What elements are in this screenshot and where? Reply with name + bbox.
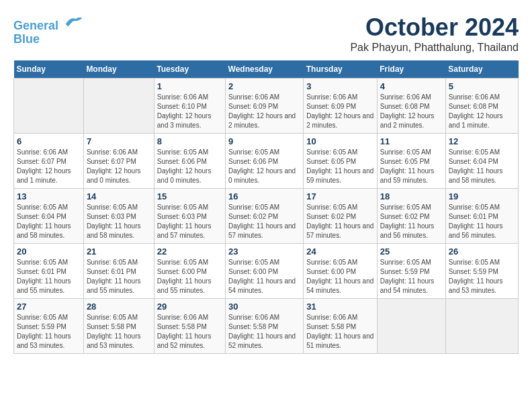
day-info: Sunrise: 6:05 AMSunset: 5:58 PMDaylight:…	[87, 313, 151, 351]
day-number: 8	[157, 136, 222, 146]
column-header-thursday: Thursday	[304, 60, 378, 79]
day-info: Sunrise: 6:05 AMSunset: 6:00 PMDaylight:…	[306, 258, 374, 295]
calendar-cell: 8Sunrise: 6:05 AMSunset: 6:06 PMDaylight…	[154, 134, 225, 189]
calendar-cell: 22Sunrise: 6:05 AMSunset: 6:00 PMDayligh…	[154, 244, 225, 299]
calendar-cell	[377, 299, 445, 354]
calendar-cell: 2Sunrise: 6:06 AMSunset: 6:09 PMDaylight…	[226, 79, 304, 134]
day-number: 23	[228, 246, 300, 257]
calendar-week-row: 6Sunrise: 6:06 AMSunset: 6:07 PMDaylight…	[14, 134, 519, 189]
day-number: 30	[228, 302, 300, 312]
column-header-saturday: Saturday	[445, 60, 518, 79]
day-info: Sunrise: 6:05 AMSunset: 6:01 PMDaylight:…	[17, 258, 81, 295]
calendar-week-row: 20Sunrise: 6:05 AMSunset: 6:01 PMDayligh…	[14, 244, 519, 299]
day-number: 2	[228, 81, 300, 91]
day-number: 22	[157, 246, 222, 257]
day-info: Sunrise: 6:06 AMSunset: 5:58 PMDaylight:…	[157, 313, 222, 351]
calendar-cell: 15Sunrise: 6:05 AMSunset: 6:03 PMDayligh…	[154, 189, 225, 244]
day-number: 14	[87, 191, 151, 201]
day-info: Sunrise: 6:06 AMSunset: 6:09 PMDaylight:…	[228, 93, 300, 130]
title-block: October 2024 Pak Phayun, Phatthalung, Th…	[350, 13, 519, 54]
day-info: Sunrise: 6:05 AMSunset: 6:06 PMDaylight:…	[157, 148, 222, 185]
column-header-friday: Friday	[377, 60, 445, 79]
calendar-cell: 6Sunrise: 6:06 AMSunset: 6:07 PMDaylight…	[14, 134, 84, 189]
day-number: 9	[228, 136, 300, 146]
calendar-cell: 1Sunrise: 6:06 AMSunset: 6:10 PMDaylight…	[154, 79, 225, 134]
calendar-cell: 14Sunrise: 6:05 AMSunset: 6:03 PMDayligh…	[83, 189, 154, 244]
calendar-cell: 16Sunrise: 6:05 AMSunset: 6:02 PMDayligh…	[226, 189, 304, 244]
day-info: Sunrise: 6:05 AMSunset: 5:59 PMDaylight:…	[17, 313, 81, 351]
calendar-cell: 20Sunrise: 6:05 AMSunset: 6:01 PMDayligh…	[14, 244, 84, 299]
logo: General Blue	[13, 13, 83, 46]
day-number: 25	[380, 246, 443, 257]
day-info: Sunrise: 6:05 AMSunset: 6:04 PMDaylight:…	[17, 203, 81, 240]
day-info: Sunrise: 6:06 AMSunset: 6:09 PMDaylight:…	[306, 93, 374, 130]
calendar-cell: 5Sunrise: 6:06 AMSunset: 6:08 PMDaylight…	[445, 79, 518, 134]
day-number: 17	[306, 191, 374, 201]
day-info: Sunrise: 6:05 AMSunset: 6:03 PMDaylight:…	[157, 203, 222, 240]
calendar-cell: 27Sunrise: 6:05 AMSunset: 5:59 PMDayligh…	[14, 299, 84, 354]
logo-general: General	[13, 19, 58, 32]
day-number: 11	[380, 136, 443, 146]
calendar-cell: 7Sunrise: 6:06 AMSunset: 6:07 PMDaylight…	[83, 134, 154, 189]
day-number: 20	[17, 246, 81, 257]
logo-text: General	[13, 13, 83, 33]
calendar-cell: 19Sunrise: 6:05 AMSunset: 6:01 PMDayligh…	[445, 189, 518, 244]
day-number: 16	[228, 191, 300, 201]
day-info: Sunrise: 6:05 AMSunset: 6:02 PMDaylight:…	[228, 203, 300, 240]
calendar-cell: 31Sunrise: 6:06 AMSunset: 5:58 PMDayligh…	[304, 299, 378, 354]
calendar-cell: 10Sunrise: 6:05 AMSunset: 6:05 PMDayligh…	[304, 134, 378, 189]
calendar-cell: 13Sunrise: 6:05 AMSunset: 6:04 PMDayligh…	[14, 189, 84, 244]
main-title: October 2024	[350, 13, 519, 42]
subtitle: Pak Phayun, Phatthalung, Thailand	[350, 42, 519, 54]
day-info: Sunrise: 6:06 AMSunset: 6:08 PMDaylight:…	[449, 93, 515, 130]
calendar-cell: 23Sunrise: 6:05 AMSunset: 6:00 PMDayligh…	[226, 244, 304, 299]
column-header-wednesday: Wednesday	[226, 60, 304, 79]
calendar-cell: 9Sunrise: 6:05 AMSunset: 6:06 PMDaylight…	[226, 134, 304, 189]
day-info: Sunrise: 6:05 AMSunset: 6:05 PMDaylight:…	[380, 148, 443, 185]
calendar-cell: 28Sunrise: 6:05 AMSunset: 5:58 PMDayligh…	[83, 299, 154, 354]
day-number: 27	[17, 302, 81, 312]
day-info: Sunrise: 6:06 AMSunset: 6:10 PMDaylight:…	[157, 93, 222, 130]
calendar-week-row: 1Sunrise: 6:06 AMSunset: 6:10 PMDaylight…	[14, 79, 519, 134]
day-info: Sunrise: 6:05 AMSunset: 6:01 PMDaylight:…	[449, 203, 515, 240]
day-number: 3	[306, 81, 374, 91]
day-number: 1	[157, 81, 222, 91]
day-number: 5	[449, 81, 515, 91]
day-info: Sunrise: 6:06 AMSunset: 6:07 PMDaylight:…	[17, 148, 81, 185]
day-number: 12	[449, 136, 515, 146]
day-info: Sunrise: 6:06 AMSunset: 5:58 PMDaylight:…	[228, 313, 300, 351]
calendar-cell: 21Sunrise: 6:05 AMSunset: 6:01 PMDayligh…	[83, 244, 154, 299]
calendar-cell: 11Sunrise: 6:05 AMSunset: 6:05 PMDayligh…	[377, 134, 445, 189]
calendar-cell: 17Sunrise: 6:05 AMSunset: 6:02 PMDayligh…	[304, 189, 378, 244]
day-number: 21	[87, 246, 151, 257]
day-number: 15	[157, 191, 222, 201]
day-info: Sunrise: 6:05 AMSunset: 5:59 PMDaylight:…	[380, 258, 443, 295]
calendar-table: SundayMondayTuesdayWednesdayThursdayFrid…	[13, 60, 519, 354]
day-number: 24	[306, 246, 374, 257]
calendar-cell: 24Sunrise: 6:05 AMSunset: 6:00 PMDayligh…	[304, 244, 378, 299]
day-number: 28	[87, 302, 151, 312]
day-number: 31	[306, 302, 374, 312]
day-number: 6	[17, 136, 81, 146]
day-info: Sunrise: 6:05 AMSunset: 6:00 PMDaylight:…	[228, 258, 300, 295]
calendar-week-row: 27Sunrise: 6:05 AMSunset: 5:59 PMDayligh…	[14, 299, 519, 354]
day-info: Sunrise: 6:06 AMSunset: 5:58 PMDaylight:…	[306, 313, 374, 351]
logo-blue: Blue	[13, 33, 83, 46]
day-number: 4	[380, 81, 443, 91]
day-info: Sunrise: 6:05 AMSunset: 6:01 PMDaylight:…	[87, 258, 151, 295]
calendar-cell	[14, 79, 84, 134]
calendar-week-row: 13Sunrise: 6:05 AMSunset: 6:04 PMDayligh…	[14, 189, 519, 244]
calendar-cell: 12Sunrise: 6:05 AMSunset: 6:04 PMDayligh…	[445, 134, 518, 189]
calendar-cell: 25Sunrise: 6:05 AMSunset: 5:59 PMDayligh…	[377, 244, 445, 299]
day-number: 13	[17, 191, 81, 201]
calendar-cell: 30Sunrise: 6:06 AMSunset: 5:58 PMDayligh…	[226, 299, 304, 354]
day-info: Sunrise: 6:06 AMSunset: 6:08 PMDaylight:…	[380, 93, 443, 130]
day-number: 29	[157, 302, 222, 312]
day-info: Sunrise: 6:06 AMSunset: 6:07 PMDaylight:…	[87, 148, 151, 185]
day-info: Sunrise: 6:05 AMSunset: 6:02 PMDaylight:…	[380, 203, 443, 240]
calendar-cell	[445, 299, 518, 354]
column-header-monday: Monday	[83, 60, 154, 79]
day-number: 26	[449, 246, 515, 257]
day-info: Sunrise: 6:05 AMSunset: 5:59 PMDaylight:…	[449, 258, 515, 295]
calendar-cell	[83, 79, 154, 134]
